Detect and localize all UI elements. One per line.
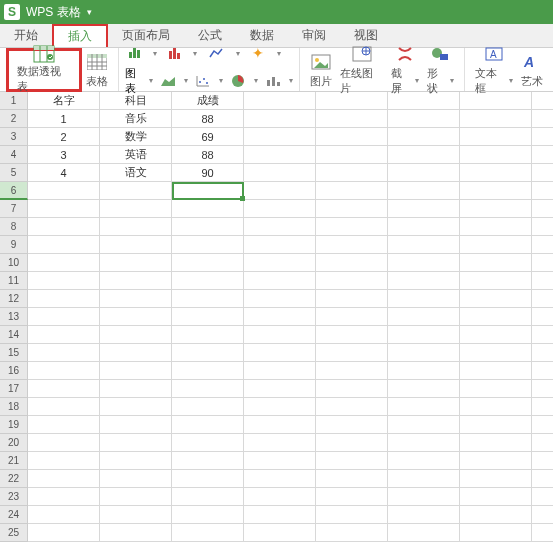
cell[interactable] [388, 308, 460, 326]
row-header[interactable]: 2 [0, 110, 28, 128]
cell[interactable] [388, 164, 460, 182]
row-header[interactable]: 8 [0, 218, 28, 236]
cell[interactable] [460, 200, 532, 218]
bar-chart-dropdown[interactable]: ▾ [153, 49, 157, 58]
cell[interactable] [316, 182, 388, 200]
cell[interactable] [388, 254, 460, 272]
spreadsheet-grid[interactable]: 1234567891011121314151617181920212223242… [0, 92, 553, 542]
cell[interactable] [172, 218, 244, 236]
area-chart-button[interactable] [157, 74, 179, 88]
cell[interactable]: 88 [172, 146, 244, 164]
cell[interactable] [28, 344, 100, 362]
cell[interactable] [316, 146, 388, 164]
cell[interactable]: 69 [172, 128, 244, 146]
cell[interactable] [28, 362, 100, 380]
cell[interactable] [100, 506, 172, 524]
cell[interactable] [316, 218, 388, 236]
cell[interactable] [28, 182, 100, 200]
row-header[interactable]: 6 [0, 182, 28, 200]
cell[interactable] [244, 254, 316, 272]
cell[interactable] [172, 434, 244, 452]
art-button[interactable]: A 艺术 [517, 49, 547, 91]
cell[interactable] [244, 218, 316, 236]
cell[interactable] [388, 146, 460, 164]
cell[interactable] [460, 254, 532, 272]
cell[interactable] [244, 488, 316, 506]
cell[interactable] [532, 218, 553, 236]
cell[interactable] [532, 308, 553, 326]
cell[interactable] [28, 254, 100, 272]
cell[interactable] [388, 488, 460, 506]
cell[interactable] [244, 92, 316, 110]
cell[interactable] [460, 272, 532, 290]
cell[interactable] [460, 92, 532, 110]
cell[interactable] [316, 164, 388, 182]
cell[interactable] [172, 326, 244, 344]
cell[interactable] [316, 344, 388, 362]
row-header[interactable]: 12 [0, 290, 28, 308]
screenshot-dropdown[interactable]: ▾ [415, 76, 419, 85]
textbox-dropdown[interactable]: ▾ [509, 76, 513, 85]
row-header[interactable]: 10 [0, 254, 28, 272]
cell[interactable] [244, 128, 316, 146]
row-header[interactable]: 5 [0, 164, 28, 182]
cell[interactable] [532, 254, 553, 272]
cell[interactable] [28, 236, 100, 254]
cell[interactable] [460, 146, 532, 164]
cell[interactable] [316, 434, 388, 452]
cell[interactable] [244, 434, 316, 452]
cell[interactable] [100, 362, 172, 380]
cell[interactable] [532, 380, 553, 398]
cell[interactable] [244, 110, 316, 128]
cell[interactable] [244, 200, 316, 218]
cell[interactable] [460, 344, 532, 362]
row-header[interactable]: 4 [0, 146, 28, 164]
cell[interactable]: 名字 [28, 92, 100, 110]
cell[interactable] [388, 92, 460, 110]
cell[interactable] [244, 362, 316, 380]
row-header[interactable]: 9 [0, 236, 28, 254]
cell[interactable] [28, 398, 100, 416]
cell[interactable] [388, 416, 460, 434]
cell[interactable] [532, 236, 553, 254]
cell[interactable] [532, 524, 553, 542]
cell[interactable] [172, 488, 244, 506]
row-header[interactable]: 20 [0, 434, 28, 452]
cell[interactable] [460, 308, 532, 326]
cell[interactable] [316, 200, 388, 218]
cell[interactable] [316, 362, 388, 380]
row-header[interactable]: 24 [0, 506, 28, 524]
cell[interactable] [28, 506, 100, 524]
cell[interactable] [460, 128, 532, 146]
cell[interactable] [100, 308, 172, 326]
cell[interactable] [532, 470, 553, 488]
cell[interactable] [244, 524, 316, 542]
line-chart-button[interactable] [205, 45, 227, 61]
cell[interactable] [460, 236, 532, 254]
cell[interactable]: 2 [28, 128, 100, 146]
cell[interactable] [388, 506, 460, 524]
row-header[interactable]: 13 [0, 308, 28, 326]
cell[interactable] [100, 218, 172, 236]
cell[interactable] [460, 110, 532, 128]
cell[interactable]: 语文 [100, 164, 172, 182]
cell[interactable] [244, 452, 316, 470]
cell[interactable] [100, 524, 172, 542]
cell[interactable] [460, 290, 532, 308]
cell[interactable] [316, 506, 388, 524]
cell[interactable] [100, 326, 172, 344]
cell[interactable] [172, 398, 244, 416]
cell[interactable] [28, 326, 100, 344]
cell[interactable] [388, 524, 460, 542]
cell[interactable] [460, 326, 532, 344]
cell[interactable] [388, 236, 460, 254]
shape-dropdown[interactable]: ▾ [450, 76, 454, 85]
cell[interactable] [100, 254, 172, 272]
cell[interactable] [100, 344, 172, 362]
textbox-button[interactable]: A 文本框 ▾ [471, 41, 517, 98]
cell[interactable] [172, 272, 244, 290]
app-dropdown-icon[interactable]: ▾ [87, 7, 92, 17]
cell[interactable]: 4 [28, 164, 100, 182]
cell[interactable] [532, 398, 553, 416]
cell[interactable] [28, 272, 100, 290]
